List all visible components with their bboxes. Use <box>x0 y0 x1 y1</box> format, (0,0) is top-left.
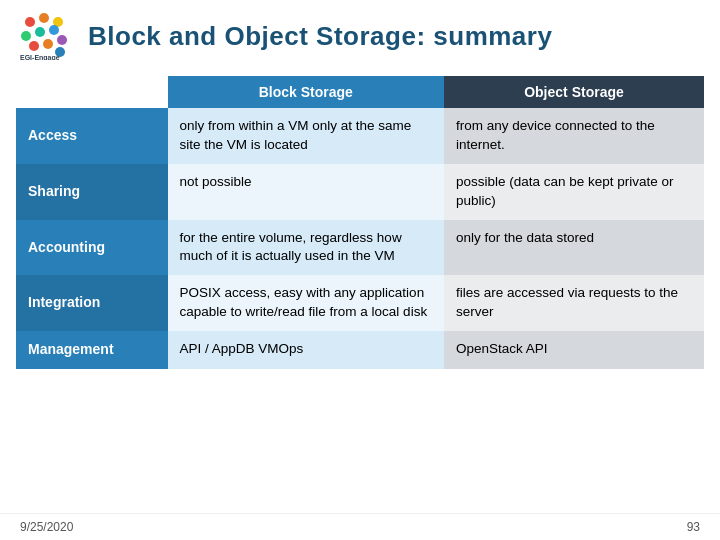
egi-logo: EGI-Engage <box>20 12 68 60</box>
block-storage-header: Block Storage <box>168 76 444 108</box>
table-header-row: Block Storage Object Storage <box>16 76 704 108</box>
object-cell: OpenStack API <box>444 331 704 369</box>
row-label: Access <box>16 108 168 164</box>
object-cell: possible (data can be kept private or pu… <box>444 164 704 220</box>
block-cell: API / AppDB VMOps <box>168 331 444 369</box>
logo-area: EGI-Engage <box>20 12 68 60</box>
svg-point-5 <box>49 25 59 35</box>
table-row: Sharingnot possiblepossible (data can be… <box>16 164 704 220</box>
svg-point-7 <box>29 41 39 51</box>
block-cell: for the entire volume, regardless how mu… <box>168 220 444 276</box>
comparison-table: Block Storage Object Storage Accessonly … <box>16 76 704 369</box>
footer-page: 93 <box>687 520 700 534</box>
svg-point-8 <box>43 39 53 49</box>
row-label: Integration <box>16 275 168 331</box>
row-label: Accounting <box>16 220 168 276</box>
object-cell: from any device connected to the interne… <box>444 108 704 164</box>
row-label: Management <box>16 331 168 369</box>
table-row: IntegrationPOSIX access, easy with any a… <box>16 275 704 331</box>
row-label: Sharing <box>16 164 168 220</box>
block-cell: only from within a VM only at the same s… <box>168 108 444 164</box>
object-cell: files are accessed via requests to the s… <box>444 275 704 331</box>
table-row: Accountingfor the entire volume, regardl… <box>16 220 704 276</box>
svg-point-4 <box>35 27 45 37</box>
block-cell: POSIX access, easy with any application … <box>168 275 444 331</box>
svg-point-3 <box>21 31 31 41</box>
svg-text:EGI-Engage: EGI-Engage <box>20 54 60 60</box>
footer: 9/25/2020 93 <box>0 513 720 540</box>
svg-point-6 <box>57 35 67 45</box>
block-cell: not possible <box>168 164 444 220</box>
footer-date: 9/25/2020 <box>20 520 73 534</box>
label-col-header <box>16 76 168 108</box>
main-table-container: Block Storage Object Storage Accessonly … <box>0 76 720 369</box>
table-row: ManagementAPI / AppDB VMOpsOpenStack API <box>16 331 704 369</box>
svg-point-1 <box>39 13 49 23</box>
header: EGI-Engage Block and Object Storage: sum… <box>0 0 720 72</box>
table-row: Accessonly from within a VM only at the … <box>16 108 704 164</box>
page-title: Block and Object Storage: summary <box>88 21 552 52</box>
object-storage-header: Object Storage <box>444 76 704 108</box>
object-cell: only for the data stored <box>444 220 704 276</box>
svg-point-0 <box>25 17 35 27</box>
